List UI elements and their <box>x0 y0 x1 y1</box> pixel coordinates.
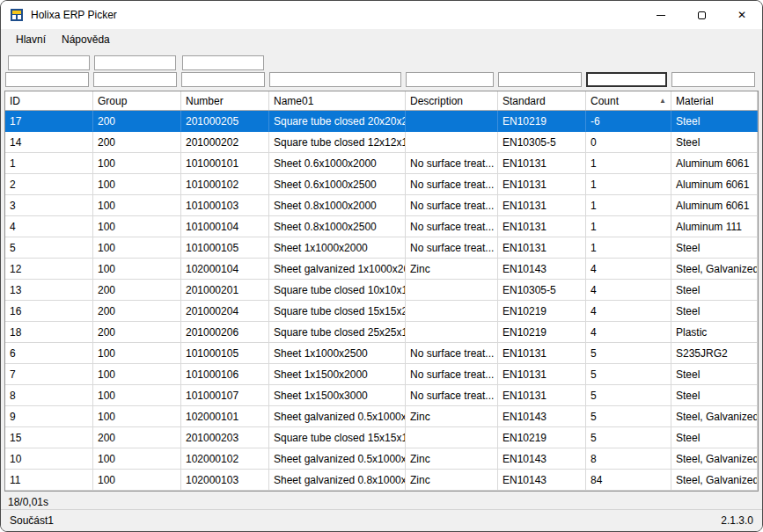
cell-material: Aluminum 6061 <box>671 174 758 195</box>
cell-id: 1 <box>5 153 93 174</box>
cell-material: Steel <box>671 132 758 153</box>
filter-input-id[interactable] <box>5 72 89 87</box>
filter-input-description[interactable] <box>406 72 494 87</box>
column-header-label: Description <box>410 95 463 107</box>
cell-count: 8 <box>586 448 671 470</box>
grid-header-row: IDGroupNumberName01DescriptionStandardCo… <box>5 91 758 111</box>
cell-name01: Sheet 0.8x1000x2000 <box>269 195 406 216</box>
cell-name01: Sheet galvanized 1x1000x20... <box>269 259 406 280</box>
data-grid: IDGroupNumberName01DescriptionStandardCo… <box>4 91 759 492</box>
cell-count: 4 <box>586 301 671 322</box>
table-row[interactable]: 11100102000103Sheet galvanized 0.8x1000x… <box>5 470 758 491</box>
cell-standard: EN10143 <box>498 406 586 427</box>
table-row[interactable]: 3100101000103Sheet 0.8x1000x2000No surfa… <box>5 195 758 216</box>
cell-number: 102000101 <box>181 406 269 427</box>
table-row[interactable]: 14200201000202Square tube closed 12x12x1… <box>5 132 758 153</box>
column-header-material[interactable]: Material <box>671 91 758 110</box>
cell-standard: EN10219 <box>498 322 586 343</box>
cell-material: Steel <box>671 427 758 448</box>
cell-number: 101000104 <box>181 216 269 237</box>
status-count: 18/0,01s <box>1 492 762 509</box>
filter-input-count[interactable] <box>586 72 667 87</box>
minimize-button[interactable] <box>641 1 681 29</box>
cell-description: No surface treat... <box>406 153 498 174</box>
cell-name01: Sheet 1x1000x2000 <box>269 237 406 259</box>
cell-count: 5 <box>586 343 671 364</box>
filter-input-top-3[interactable] <box>182 55 264 70</box>
table-row[interactable]: 15200201000203Square tube closed 15x15x1… <box>5 427 758 448</box>
cell-group: 100 <box>93 448 181 470</box>
cell-id: 12 <box>5 259 93 280</box>
filter-input-number[interactable] <box>181 72 265 87</box>
filter-input-group[interactable] <box>93 72 177 87</box>
cell-name01: Square tube closed 15x15x2 <box>269 301 406 322</box>
close-button[interactable]: ✕ <box>722 1 762 29</box>
sort-asc-icon: ▲ <box>656 97 666 105</box>
column-header-name01[interactable]: Name01 <box>269 91 406 110</box>
status-item: Součást1 <box>10 514 54 527</box>
cell-name01: Square tube closed 12x12x1.5 <box>269 132 406 153</box>
table-row[interactable]: 17200201000205Square tube closed 20x20x2… <box>5 111 758 132</box>
column-header-number[interactable]: Number <box>181 91 269 110</box>
cell-material: Aluminum 111 <box>671 216 758 237</box>
title-bar[interactable]: Holixa ERP Picker ✕ <box>1 1 762 29</box>
cell-material: Steel, Galvanized <box>671 448 758 470</box>
table-row[interactable]: 7100101000106Sheet 1x1500x2000No surface… <box>5 364 758 385</box>
table-row[interactable]: 5100101000105Sheet 1x1000x2000No surface… <box>5 237 758 259</box>
table-row[interactable]: 10100102000102Sheet galvanized 0.5x1000x… <box>5 448 758 470</box>
column-header-group[interactable]: Group <box>93 91 181 110</box>
column-header-standard[interactable]: Standard <box>498 91 586 110</box>
cell-id: 14 <box>5 132 93 153</box>
cell-group: 100 <box>93 174 181 195</box>
filter-input-standard[interactable] <box>498 72 582 87</box>
column-header-id[interactable]: ID <box>5 91 93 110</box>
cell-number: 201000203 <box>181 427 269 448</box>
cell-name01: Sheet 1x1000x2500 <box>269 343 406 364</box>
cell-id: 4 <box>5 216 93 237</box>
table-row[interactable]: 1100101000101Sheet 0.6x1000x2000No surfa… <box>5 153 758 174</box>
cell-name01: Square tube closed 25x25x1.5 <box>269 322 406 343</box>
table-row[interactable]: 6100101000105Sheet 1x1000x2500No surface… <box>5 343 758 364</box>
filter-input-top-1[interactable] <box>8 55 90 70</box>
table-row[interactable]: 2100101000102Sheet 0.6x1000x2500No surfa… <box>5 174 758 195</box>
cell-name01: Sheet galvanized 0.5x1000x... <box>269 406 406 427</box>
cell-description: No surface treat... <box>406 364 498 385</box>
table-row[interactable]: 16200201000204Square tube closed 15x15x2… <box>5 301 758 322</box>
cell-material: Steel, Galvanized <box>671 259 758 280</box>
close-icon: ✕ <box>737 9 746 21</box>
column-header-label: Name01 <box>274 95 313 107</box>
cell-material: Steel <box>671 237 758 259</box>
table-row[interactable]: 12100102000104Sheet galvanized 1x1000x20… <box>5 259 758 280</box>
table-row[interactable]: 9100102000101Sheet galvanized 0.5x1000x.… <box>5 406 758 427</box>
cell-standard: EN10143 <box>498 448 586 470</box>
cell-description: No surface treat... <box>406 385 498 406</box>
cell-description <box>406 280 498 301</box>
cell-id: 13 <box>5 280 93 301</box>
filter-input-top-2[interactable] <box>94 55 176 70</box>
table-row[interactable]: 8100101000107Sheet 1x1500x3000No surface… <box>5 385 758 406</box>
cell-count: 5 <box>586 364 671 385</box>
menu-item-napoveda[interactable]: Nápověda <box>54 31 118 48</box>
cell-count: 1 <box>586 195 671 216</box>
cell-count: 1 <box>586 153 671 174</box>
cell-count: 1 <box>586 174 671 195</box>
app-icon <box>10 8 24 22</box>
table-row[interactable]: 18200201000206Square tube closed 25x25x1… <box>5 322 758 343</box>
cell-group: 100 <box>93 364 181 385</box>
cell-group: 100 <box>93 237 181 259</box>
cell-description: Zinc <box>406 406 498 427</box>
cell-count: 0 <box>586 132 671 153</box>
cell-number: 101000103 <box>181 195 269 216</box>
menu-item-hlavni[interactable]: Hlavní <box>8 31 54 48</box>
cell-standard: EN10131 <box>498 237 586 259</box>
filter-input-material[interactable] <box>671 72 755 87</box>
column-header-count[interactable]: Count▲ <box>586 91 671 110</box>
table-row[interactable]: 4100101000104Sheet 0.8x1000x2500No surfa… <box>5 216 758 237</box>
cell-name01: Square tube closed 10x10x1 <box>269 280 406 301</box>
maximize-button[interactable] <box>681 1 722 29</box>
table-row[interactable]: 13200201000201Square tube closed 10x10x1… <box>5 280 758 301</box>
filter-input-name01[interactable] <box>269 72 401 87</box>
cell-group: 100 <box>93 406 181 427</box>
column-header-description[interactable]: Description <box>406 91 498 110</box>
cell-group: 200 <box>93 280 181 301</box>
